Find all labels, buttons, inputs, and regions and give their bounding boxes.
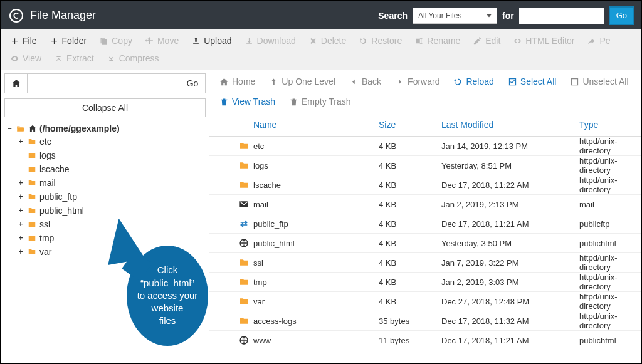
tree-item-label: ssl xyxy=(39,219,50,229)
cell-size: 11 bytes xyxy=(379,336,441,345)
tree-toggle-icon[interactable] xyxy=(17,165,24,174)
unselect-all-button[interactable]: Unselect All xyxy=(564,73,634,90)
restore-button[interactable]: Restore xyxy=(352,32,408,49)
folder-icon xyxy=(27,137,37,146)
collapse-all-button[interactable]: Collapse All xyxy=(4,98,206,117)
file-rows: etc4 KBJan 14, 2019, 12:13 PMhttpd/unix-… xyxy=(209,137,641,360)
column-type[interactable]: Type xyxy=(579,120,634,130)
file-row[interactable]: logs4 KBYesterday, 8:51 PMhttpd/unix-dir… xyxy=(209,156,641,175)
file-row[interactable]: ssl4 KBJan 7, 2019, 3:22 PMhttpd/unix-di… xyxy=(209,253,641,273)
tree-toggle-icon[interactable] xyxy=(17,151,24,160)
home-icon xyxy=(28,124,37,133)
folder-icon xyxy=(27,165,37,174)
tree-toggle-icon[interactable]: + xyxy=(17,234,24,242)
column-size[interactable]: Size xyxy=(379,120,441,130)
move-icon xyxy=(145,36,154,46)
download-button[interactable]: Download xyxy=(238,32,302,49)
checkbox-icon xyxy=(570,77,579,86)
nav-home-button[interactable]: Home xyxy=(213,73,261,90)
back-button[interactable]: Back xyxy=(343,73,387,90)
file-row[interactable]: lscache4 KBDec 17, 2018, 11:22 AMhttpd/u… xyxy=(209,175,641,195)
cell-name: var xyxy=(253,297,379,306)
copy-icon xyxy=(99,36,108,46)
path-input[interactable] xyxy=(28,74,180,93)
toolbar: File Folder Copy Move Upload Download De… xyxy=(1,29,641,70)
compress-icon xyxy=(107,54,116,63)
cell-name: public_html xyxy=(253,239,379,248)
delete-button[interactable]: Delete xyxy=(302,32,352,49)
tree-toggle-icon[interactable]: + xyxy=(17,179,24,187)
file-row[interactable]: public_ftp4 KBDec 17, 2018, 11:21 AMpubl… xyxy=(209,214,641,234)
cell-size: 4 KB xyxy=(379,239,441,248)
search-input[interactable] xyxy=(519,8,604,24)
home-button[interactable] xyxy=(5,74,28,93)
tree-toggle-icon[interactable]: + xyxy=(17,137,24,146)
file-row[interactable]: www11 bytesDec 17, 2018, 11:21 AMpublich… xyxy=(209,331,641,350)
file-row[interactable]: tmp4 KBJan 2, 2019, 3:03 PMhttpd/unix-di… xyxy=(209,273,641,292)
empty-trash-button[interactable]: Empty Trash xyxy=(283,93,357,110)
compress-button[interactable]: Compress xyxy=(100,49,166,67)
cell-size: 4 KB xyxy=(379,297,441,306)
search-group: Search All Your Files for Go xyxy=(378,8,633,24)
cell-modified: Yesterday, 3:50 PM xyxy=(441,239,579,248)
cpanel-logo-icon xyxy=(9,8,24,23)
tree-item-label: lscache xyxy=(39,164,69,174)
up-one-level-button[interactable]: Up One Level xyxy=(263,73,342,90)
cell-type: mail xyxy=(579,200,634,209)
file-row[interactable]: var4 KBDec 27, 2018, 12:48 PMhttpd/unix-… xyxy=(209,292,641,311)
file-row[interactable]: mail4 KBJan 2, 2019, 2:13 PMmail xyxy=(209,195,641,214)
tree-toggle-icon[interactable]: − xyxy=(6,124,13,133)
search-scope-select[interactable]: All Your Files xyxy=(413,8,497,24)
tree-item-logs[interactable]: logs xyxy=(17,148,209,162)
app-header: File Manager Search All Your Files for G… xyxy=(1,1,641,29)
tree-root[interactable]: − (/home/ggexample) xyxy=(6,122,209,135)
cell-type: httpd/unix-directory xyxy=(579,175,634,194)
folder-icon xyxy=(27,247,37,256)
column-name[interactable]: Name xyxy=(253,120,379,130)
forward-button[interactable]: Forward xyxy=(389,73,446,90)
tree-item-etc[interactable]: +etc xyxy=(17,135,209,148)
tree-toggle-icon[interactable]: + xyxy=(17,220,24,229)
folder-button[interactable]: Folder xyxy=(43,32,93,49)
path-go-button[interactable]: Go xyxy=(180,74,205,93)
view-trash-button[interactable]: View Trash xyxy=(213,93,282,110)
rename-button[interactable]: Rename xyxy=(408,32,466,49)
upload-button[interactable]: Upload xyxy=(185,32,238,49)
tree-toggle-icon[interactable]: + xyxy=(17,192,24,201)
edit-button[interactable]: Edit xyxy=(466,32,507,49)
home-icon xyxy=(219,77,229,86)
cell-type: httpd/unix-directory xyxy=(579,292,634,311)
file-row[interactable]: etc4 KBJan 14, 2019, 12:13 PMhttpd/unix-… xyxy=(209,137,641,156)
cell-size: 4 KB xyxy=(379,200,441,209)
file-row[interactable]: public_html4 KBYesterday, 3:50 PMpublich… xyxy=(209,234,641,253)
upload-icon xyxy=(191,36,201,46)
html-editor-button[interactable]: HTML Editor xyxy=(507,32,581,49)
tree-item-mail[interactable]: +mail xyxy=(17,176,209,190)
cell-type: publichtml xyxy=(579,239,634,248)
forward-icon xyxy=(395,77,404,86)
view-button[interactable]: View xyxy=(4,49,48,67)
file-row[interactable]: access-logs35 bytesDec 17, 2018, 11:32 A… xyxy=(209,311,641,331)
file-button[interactable]: File xyxy=(4,32,43,49)
tree-item-label: mail xyxy=(39,178,56,188)
search-go-button[interactable]: Go xyxy=(610,8,633,24)
tree-toggle-icon[interactable]: + xyxy=(17,247,24,256)
copy-button[interactable]: Copy xyxy=(93,32,139,49)
select-all-button[interactable]: Select All xyxy=(502,73,563,90)
column-modified[interactable]: Last Modified xyxy=(441,120,579,130)
move-button[interactable]: Move xyxy=(139,32,185,49)
ftp-icon xyxy=(234,219,253,229)
cell-type: httpd/unix-directory xyxy=(579,253,634,272)
extract-button[interactable]: Extract xyxy=(48,49,100,67)
permissions-button[interactable]: Pe xyxy=(581,32,616,49)
cell-type: httpd/unix-directory xyxy=(579,137,634,155)
reload-button[interactable]: Reload xyxy=(447,73,500,90)
cell-size: 35 bytes xyxy=(379,316,441,326)
tree-item-public_ftp[interactable]: +public_ftp xyxy=(17,190,209,204)
tree-item-public_html[interactable]: +public_html xyxy=(17,204,209,217)
folder-icon xyxy=(27,192,37,201)
tree-toggle-icon[interactable]: + xyxy=(17,206,24,215)
folder-icon xyxy=(27,179,37,187)
tree-item-lscache[interactable]: lscache xyxy=(17,162,209,176)
cell-size: 4 KB xyxy=(379,219,441,229)
